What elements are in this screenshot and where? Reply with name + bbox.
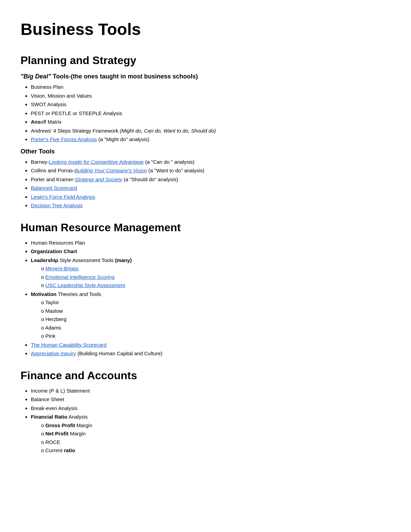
other-tools-list: Barney-Looking Inside for Competitive Ad…	[31, 158, 390, 210]
list-item: USC Leadership Style Assessment	[41, 282, 390, 289]
list-item: Break-even Analysis	[31, 405, 390, 412]
emotional-intelligence-link[interactable]: Emotional Intelligence Scoring	[46, 274, 115, 280]
appreciative-inquiry-link[interactable]: Appreciative Inquiry	[31, 350, 76, 356]
financial-ratio-sublist: Gross Profit Margin Net Profit Margin RO…	[41, 422, 390, 455]
hr-list: Human Resources Plan Organization Chart …	[31, 239, 390, 358]
list-item: Gross Profit Margin	[41, 422, 390, 430]
list-item: Adams	[41, 324, 390, 332]
porters-note: (a "Might do" analysis)	[98, 136, 149, 142]
barney-note: (a "Can do " analysis)	[145, 159, 195, 165]
list-item: Lewin's Force Field Analysis	[31, 193, 390, 201]
finance-list: Income (P & L) Statement Balance Sheet B…	[31, 387, 390, 455]
leadership-sublist: Meyers-Briggs Emotional Intelligence Sco…	[41, 265, 390, 289]
section-planning-strategy: Planning and Strategy	[21, 52, 390, 69]
subsection-big-deal-tools: "Big Deal" Tools-(the ones taught in mos…	[21, 72, 390, 81]
list-item: Andrews' 4 Steps Strategy Framework (Mig…	[31, 127, 390, 135]
list-item: Business Plan	[31, 83, 390, 91]
list-item: Net Profit Margin	[41, 430, 390, 438]
meyers-briggs-link[interactable]: Meyers-Briggs	[46, 265, 79, 271]
lewins-link[interactable]: Lewin's Force Field Analysis	[31, 194, 95, 200]
list-item: Ansoff Matrix	[31, 118, 390, 126]
list-item: Barney-Looking Inside for Competitive Ad…	[31, 158, 390, 166]
list-item: PEST or PESTLE or STEEPLE Analysis	[31, 110, 390, 117]
collins-note: (a "Want to do" analysis)	[148, 168, 204, 173]
porter-kramer-link[interactable]: Strategy and Society	[75, 176, 122, 182]
list-item: Maslow	[41, 307, 390, 315]
list-item: Collins and Porras-Building Your Company…	[31, 167, 390, 175]
porter-kramer-note: (a "Should do" analysis)	[124, 176, 178, 182]
section-human-resource: Human Resource Management	[21, 219, 390, 236]
list-item: Emotional Intelligence Scoring	[41, 273, 390, 281]
list-item: Pink	[41, 332, 390, 340]
list-item: ROCE	[41, 438, 390, 446]
barney-link[interactable]: Looking Inside for Competitive Advantage	[49, 159, 144, 165]
list-item: Taylor	[41, 299, 390, 307]
list-item: Decision Tree Analysis	[31, 202, 390, 210]
list-item: Current ratio	[41, 447, 390, 455]
list-item: Meyers-Briggs	[41, 265, 390, 273]
list-item: Financial Ratio Analysis Gross Profit Ma…	[31, 413, 390, 455]
list-item: Porter's Five Forces Analysis (a "Might …	[31, 136, 390, 144]
list-item: Motivation Theories and Tools Taylor Mas…	[31, 290, 390, 340]
list-item: Income (P & L) Statement	[31, 387, 390, 395]
list-item: SWOT Analysis	[31, 101, 390, 109]
list-item: Herzberg	[41, 316, 390, 323]
appreciative-note: (Building Human Capital and Culture)	[77, 350, 162, 356]
section-finance-accounts: Finance and Accounts	[21, 367, 390, 384]
page-title: Business Tools	[21, 17, 390, 42]
collins-porras-link[interactable]: Building Your Company's Vision	[75, 168, 147, 173]
decision-tree-link[interactable]: Decision Tree Analysis	[31, 202, 83, 208]
big-deal-tools-list: Business Plan Vision, Mission and Values…	[31, 83, 390, 144]
list-item: Human Resources Plan	[31, 239, 390, 247]
porters-five-forces-link[interactable]: Porter's Five Forces Analysis	[31, 136, 97, 142]
list-item: Porter and Kramer-Strategy and Society (…	[31, 176, 390, 184]
list-item: Leadership Style Assessment Tools (many)…	[31, 257, 390, 289]
list-item: Balanced Scorecard	[31, 184, 390, 192]
subsection-other-tools: Other Tools	[21, 147, 390, 156]
list-item: Organization Chart	[31, 248, 390, 256]
list-item: Vision, Mission and Values	[31, 92, 390, 100]
list-item: The Human Capability Scorecard	[31, 341, 390, 349]
balanced-scorecard-link[interactable]: Balanced Scorecard	[31, 185, 77, 191]
list-item: Balance Sheet	[31, 396, 390, 404]
human-capability-link[interactable]: The Human Capability Scorecard	[31, 342, 107, 348]
usc-leadership-link[interactable]: USC Leadership Style Assessment	[46, 282, 125, 288]
motivation-sublist: Taylor Maslow Herzberg Adams Pink	[41, 299, 390, 340]
list-item: Appreciative Inquiry (Building Human Cap…	[31, 350, 390, 358]
